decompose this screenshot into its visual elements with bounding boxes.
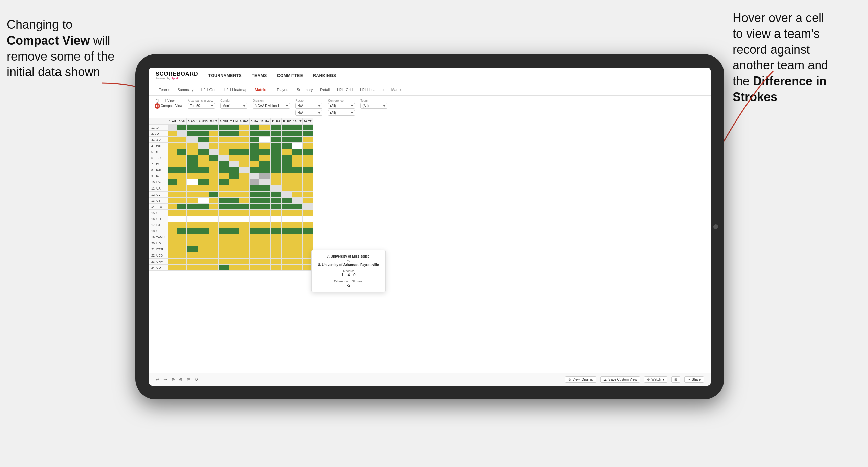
matrix-cell[interactable] <box>271 155 282 161</box>
matrix-cell[interactable] <box>177 259 187 265</box>
matrix-cell[interactable] <box>303 167 313 173</box>
matrix-cell[interactable] <box>292 210 303 216</box>
matrix-cell[interactable] <box>229 228 239 234</box>
matrix-cell[interactable] <box>218 246 229 252</box>
matrix-cell[interactable] <box>229 179 239 185</box>
division-select[interactable]: NCAA Division I NCAA Division II <box>253 103 290 109</box>
matrix-cell[interactable] <box>303 234 313 240</box>
matrix-cell[interactable] <box>177 137 187 143</box>
matrix-cell[interactable] <box>250 192 259 198</box>
matrix-cell[interactable] <box>198 252 209 259</box>
matrix-cell[interactable] <box>250 173 259 179</box>
matrix-cell[interactable] <box>198 143 209 149</box>
matrix-cell[interactable] <box>187 161 198 167</box>
sub-nav-players[interactable]: Players <box>273 86 293 94</box>
matrix-cell[interactable] <box>239 185 249 192</box>
nav-committee[interactable]: COMMITTEE <box>277 73 303 78</box>
matrix-cell[interactable] <box>229 216 239 222</box>
tablet-home-button[interactable] <box>713 224 718 229</box>
matrix-cell[interactable] <box>229 167 239 173</box>
sub-nav-summary2[interactable]: Summary <box>293 86 316 94</box>
matrix-cell[interactable] <box>229 137 239 143</box>
matrix-cell[interactable] <box>292 252 303 259</box>
matrix-cell[interactable] <box>250 167 259 173</box>
matrix-cell[interactable] <box>239 192 249 198</box>
matrix-cell[interactable] <box>198 216 209 222</box>
matrix-cell[interactable] <box>187 216 198 222</box>
matrix-area[interactable]: 1. AU 2. VU 3. ASU 4. UNC 5. UT 6. FSU 7… <box>149 118 711 373</box>
matrix-cell[interactable] <box>281 198 292 204</box>
matrix-cell[interactable] <box>229 259 239 265</box>
matrix-cell[interactable] <box>198 234 209 240</box>
matrix-cell[interactable] <box>259 252 271 259</box>
matrix-cell[interactable] <box>259 234 271 240</box>
matrix-cell[interactable] <box>250 143 259 149</box>
matrix-cell[interactable] <box>292 265 303 271</box>
sub-nav-teams[interactable]: Teams <box>156 86 173 94</box>
matrix-cell[interactable] <box>303 149 313 155</box>
matrix-cell[interactable] <box>218 185 229 192</box>
matrix-cell[interactable] <box>281 240 292 246</box>
matrix-cell[interactable] <box>218 131 229 137</box>
matrix-cell[interactable] <box>250 137 259 143</box>
matrix-cell[interactable] <box>250 216 259 222</box>
matrix-cell[interactable] <box>229 234 239 240</box>
matrix-cell[interactable] <box>303 210 313 216</box>
matrix-cell[interactable] <box>281 155 292 161</box>
matrix-cell[interactable] <box>168 246 177 252</box>
matrix-cell[interactable] <box>250 228 259 234</box>
matrix-cell[interactable] <box>218 198 229 204</box>
matrix-cell[interactable] <box>292 155 303 161</box>
matrix-cell[interactable] <box>209 204 218 210</box>
matrix-cell[interactable] <box>168 179 177 185</box>
matrix-cell[interactable] <box>250 222 259 228</box>
matrix-cell[interactable] <box>250 125 259 131</box>
matrix-cell[interactable] <box>218 143 229 149</box>
matrix-cell[interactable] <box>177 240 187 246</box>
matrix-cell[interactable] <box>198 137 209 143</box>
matrix-cell[interactable] <box>198 240 209 246</box>
matrix-cell[interactable] <box>271 131 282 137</box>
matrix-cell[interactable] <box>209 265 218 271</box>
matrix-cell[interactable] <box>209 259 218 265</box>
undo-icon[interactable]: ↩ <box>156 377 159 382</box>
matrix-cell[interactable] <box>198 228 209 234</box>
matrix-cell[interactable] <box>259 161 271 167</box>
matrix-cell[interactable] <box>168 137 177 143</box>
matrix-cell[interactable] <box>198 179 209 185</box>
matrix-cell[interactable] <box>281 259 292 265</box>
matrix-cell[interactable] <box>259 240 271 246</box>
matrix-cell[interactable] <box>292 131 303 137</box>
matrix-cell[interactable] <box>229 143 239 149</box>
matrix-cell[interactable] <box>198 167 209 173</box>
matrix-cell[interactable] <box>218 137 229 143</box>
matrix-cell[interactable] <box>218 149 229 155</box>
matrix-cell[interactable] <box>168 155 177 161</box>
matrix-cell[interactable] <box>281 192 292 198</box>
matrix-cell[interactable] <box>177 216 187 222</box>
matrix-cell[interactable] <box>259 198 271 204</box>
matrix-cell[interactable] <box>259 185 271 192</box>
matrix-cell[interactable] <box>259 173 271 179</box>
matrix-cell[interactable] <box>250 210 259 216</box>
matrix-cell[interactable] <box>259 265 271 271</box>
matrix-cell[interactable] <box>292 228 303 234</box>
sub-nav-h2h-grid2[interactable]: H2H Grid <box>334 86 356 94</box>
matrix-cell[interactable] <box>239 210 249 216</box>
matrix-cell[interactable] <box>281 143 292 149</box>
matrix-cell[interactable] <box>198 155 209 161</box>
matrix-cell[interactable] <box>303 173 313 179</box>
matrix-cell[interactable] <box>209 198 218 204</box>
matrix-cell[interactable] <box>177 125 187 131</box>
matrix-cell[interactable] <box>177 149 187 155</box>
layout-button[interactable]: ⊞ <box>671 376 680 383</box>
matrix-cell[interactable] <box>259 149 271 155</box>
matrix-cell[interactable] <box>209 216 218 222</box>
matrix-cell[interactable] <box>259 137 271 143</box>
matrix-cell[interactable] <box>209 149 218 155</box>
matrix-cell[interactable] <box>259 210 271 216</box>
matrix-cell[interactable] <box>281 161 292 167</box>
matrix-cell[interactable] <box>271 265 282 271</box>
matrix-cell[interactable] <box>229 252 239 259</box>
full-view-radio[interactable]: Full View <box>156 99 182 103</box>
